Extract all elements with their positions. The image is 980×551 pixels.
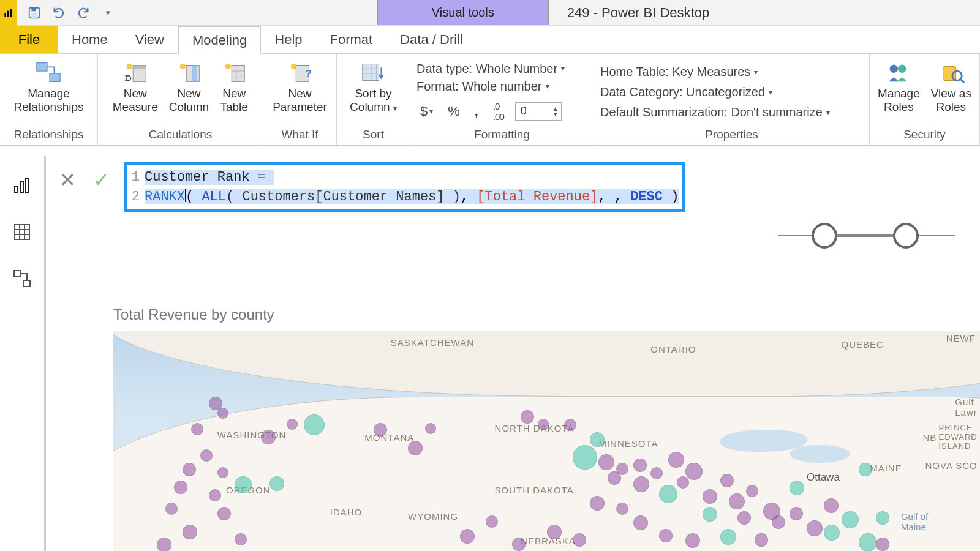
tab-view[interactable]: View xyxy=(122,26,178,53)
svg-rect-0 xyxy=(4,13,6,17)
ribbon-tabs: File Home View Modeling Help Format Data… xyxy=(0,26,980,54)
svg-rect-28 xyxy=(15,225,29,239)
svg-rect-26 xyxy=(20,182,23,193)
svg-point-8 xyxy=(126,64,132,70)
manage-relationships-button[interactable]: Manage Relationships xyxy=(13,60,83,114)
tab-modeling[interactable]: Modeling xyxy=(178,26,261,54)
currency-format-button[interactable]: $ ▾ xyxy=(417,102,437,121)
decimal-places-input[interactable]: 0 ▲▼ xyxy=(515,102,562,121)
report-canvas[interactable]: ✕ ✓ 1 Customer Rank = 2 RANKX( ALL( Cust… xyxy=(46,156,980,551)
tab-data-drill[interactable]: Data / Drill xyxy=(386,26,477,53)
new-parameter-button[interactable]: ? New Parameter xyxy=(273,60,327,114)
svg-point-12 xyxy=(180,64,186,70)
formula-commit-button[interactable]: ✓ xyxy=(93,168,110,192)
svg-rect-29 xyxy=(14,271,20,277)
data-type-dropdown[interactable]: Data type: Whole Number▾ xyxy=(417,62,565,76)
svg-point-15 xyxy=(225,64,232,70)
formula-bar[interactable]: 1 Customer Rank = 2 RANKX( ALL( Customer… xyxy=(124,162,685,212)
tab-file[interactable]: File xyxy=(0,26,58,53)
svg-rect-16 xyxy=(232,66,244,82)
svg-rect-6 xyxy=(37,63,47,71)
slider-handle-max[interactable] xyxy=(893,223,919,249)
manage-relationships-label: Manage Relationships xyxy=(13,87,83,114)
save-button[interactable] xyxy=(26,4,43,21)
redo-button[interactable] xyxy=(75,4,92,21)
format-dropdown[interactable]: Format: Whole number▾ xyxy=(417,80,549,94)
contextual-tab-visual-tools: Visual tools xyxy=(377,0,549,25)
report-view-button[interactable] xyxy=(11,174,33,197)
title-bar: ▾ Visual tools 249 - Power BI Desktop xyxy=(0,0,980,26)
svg-rect-10 xyxy=(133,66,146,69)
decimal-spinner[interactable]: ▲▼ xyxy=(552,106,559,117)
svg-rect-7 xyxy=(50,73,60,81)
text-cursor-icon xyxy=(185,189,186,202)
svg-point-21 xyxy=(890,65,898,73)
svg-rect-25 xyxy=(15,187,18,193)
svg-rect-4 xyxy=(31,7,36,11)
sort-by-column-button[interactable]: Sort by Column ▾ xyxy=(350,60,397,114)
gutter-line-1: 1 xyxy=(131,168,145,187)
group-relationships-label: Relationships xyxy=(6,126,91,145)
svg-rect-14 xyxy=(192,66,197,82)
svg-rect-2 xyxy=(10,9,12,17)
svg-rect-30 xyxy=(24,280,30,287)
bubble-layer xyxy=(113,331,980,551)
new-column-button[interactable]: New Column xyxy=(169,60,209,114)
svg-rect-1 xyxy=(7,11,9,17)
manage-roles-button[interactable]: Manage Roles xyxy=(878,60,920,114)
formula-cancel-button[interactable]: ✕ xyxy=(59,168,76,192)
document-title: 249 - Power BI Desktop xyxy=(549,0,728,25)
svg-text:?: ? xyxy=(306,67,312,80)
visual-title: Total Revenue by county xyxy=(113,306,274,323)
tab-help[interactable]: Help xyxy=(261,26,316,53)
gutter-line-2: 2 xyxy=(131,187,145,207)
slider-handle-min[interactable] xyxy=(812,223,837,249)
svg-point-22 xyxy=(898,65,906,73)
app-logo xyxy=(0,0,17,26)
thousands-separator-button[interactable]: , xyxy=(471,102,482,121)
qat-customize-dropdown[interactable]: ▾ xyxy=(99,4,116,21)
view-rail xyxy=(0,156,46,551)
new-measure-button[interactable]: New Measure xyxy=(113,60,158,114)
home-table-dropdown[interactable]: Home Table: Key Measures▾ xyxy=(600,65,758,79)
tab-home[interactable]: Home xyxy=(58,26,122,53)
model-view-button[interactable] xyxy=(11,268,33,290)
decimal-icon: .0.00 xyxy=(489,100,508,123)
data-view-button[interactable] xyxy=(11,221,33,243)
map-visual[interactable]: SASKATCHEWAN ONTARIO QUEBEC NEWF WASHING… xyxy=(113,331,980,551)
quick-access-toolbar: ▾ xyxy=(17,0,125,25)
view-as-roles-button[interactable]: View as Roles xyxy=(931,60,971,114)
range-slider[interactable] xyxy=(778,223,956,248)
data-category-dropdown[interactable]: Data Category: Uncategorized▾ xyxy=(600,85,772,99)
undo-button[interactable] xyxy=(50,4,67,21)
percent-format-button[interactable]: % xyxy=(444,102,464,121)
svg-rect-5 xyxy=(31,13,37,17)
ribbon: Manage Relationships Relationships New M… xyxy=(0,54,980,146)
workspace: ✕ ✓ 1 Customer Rank = 2 RANKX( ALL( Cust… xyxy=(0,156,980,551)
svg-rect-27 xyxy=(26,178,29,193)
new-table-button[interactable]: New Table xyxy=(220,60,248,114)
default-summarization-dropdown[interactable]: Default Summarization: Don't summarize▾ xyxy=(600,105,830,119)
tab-format[interactable]: Format xyxy=(317,26,387,53)
